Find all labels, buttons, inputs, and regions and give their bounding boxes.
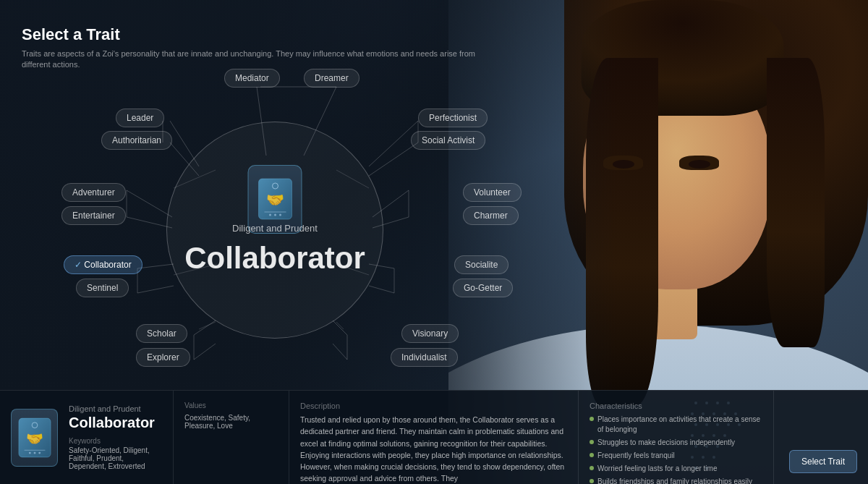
trait-scholar[interactable]: Scholar <box>136 324 187 343</box>
trait-visionary[interactable]: Visionary <box>401 324 459 343</box>
svg-line-17 <box>137 286 174 293</box>
bp-char-text-5: Builds friendships and family relationsh… <box>597 477 752 484</box>
trait-socialite[interactable]: Socialite <box>454 255 509 274</box>
bp-char-item-2: Struggles to make decisions independentl… <box>590 438 762 448</box>
bp-handshake-svg: 🤝 <box>17 417 52 459</box>
bp-keywords: Safety-Oriented, Diligent, Faithful, Pru… <box>69 446 162 470</box>
svg-line-11 <box>127 217 172 228</box>
select-trait-button[interactable]: Select Trait <box>789 450 857 473</box>
bp-description-label: Description <box>300 402 567 410</box>
trait-mediator[interactable]: Mediator <box>224 69 280 88</box>
bp-characteristics-section: Characteristics Places importance on act… <box>579 391 774 484</box>
center-supertitle: Diligent and Prudent <box>232 223 318 234</box>
bp-values-section: Values Coexistence, Safety, Pleasure, Lo… <box>174 391 289 484</box>
trait-charmer[interactable]: Charmer <box>463 206 519 225</box>
svg-line-9 <box>127 190 172 217</box>
center-trait-icon-inner: 🤝 <box>255 174 295 224</box>
bp-description-text: Trusted and relied upon by those around … <box>300 414 567 483</box>
trait-entertainer[interactable]: Entertainer <box>61 206 126 225</box>
svg-line-26 <box>333 344 347 360</box>
svg-line-15 <box>137 264 174 268</box>
trait-social-activist[interactable]: Social Activist <box>411 131 485 150</box>
trait-leader[interactable]: Leader <box>116 109 164 127</box>
bp-action-area: Select Trait <box>774 391 868 484</box>
svg-point-37 <box>269 214 271 216</box>
trait-individualist[interactable]: Individualist <box>391 348 458 367</box>
bp-char-item-5: Builds friendships and family relationsh… <box>590 477 762 484</box>
svg-text:🤝: 🤝 <box>26 430 43 446</box>
bp-supertitle: Diligent and Prudent <box>69 404 162 413</box>
bp-name-area: Diligent and Prudent Collaborator Keywor… <box>69 404 162 470</box>
bp-identity: 🤝 Diligent and Prudent Collaborator Keyw… <box>0 391 174 484</box>
svg-point-44 <box>28 451 30 454</box>
trait-perfectionist[interactable]: Perfectionist <box>418 109 488 127</box>
trait-adventurer[interactable]: Adventurer <box>61 183 126 202</box>
bp-char-dot-5 <box>590 479 594 483</box>
bp-char-dot-3 <box>590 453 594 457</box>
bp-char-item-3: Frequently feels tranquil <box>590 451 762 461</box>
center-trait-name: Collaborator <box>184 241 365 276</box>
trait-dreamer[interactable]: Dreamer <box>304 69 359 88</box>
trait-collaborator[interactable]: Collaborator <box>64 255 142 274</box>
svg-point-38 <box>274 214 276 216</box>
trait-explorer[interactable]: Explorer <box>136 348 190 367</box>
trait-go-getter[interactable]: Go-Getter <box>453 279 513 297</box>
bp-values-text: Coexistence, Safety, Pleasure, Love <box>184 414 278 430</box>
bp-keywords-label: Keywords <box>69 437 162 445</box>
trait-authoritarian[interactable]: Authoritarian <box>101 131 172 150</box>
trait-sentinel[interactable]: Sentinel <box>76 279 129 297</box>
bp-char-dot-2 <box>590 440 594 444</box>
bp-trait-icon: 🤝 <box>11 409 58 467</box>
bp-char-text-1: Places importance on activities that cre… <box>597 415 762 435</box>
bp-description-section: Description Trusted and relied upon by t… <box>289 391 579 484</box>
svg-line-29 <box>199 322 216 329</box>
bp-values-label: Values <box>184 402 278 409</box>
handshake-svg: 🤝 <box>257 177 293 221</box>
svg-line-23 <box>194 344 216 360</box>
svg-point-45 <box>33 451 35 454</box>
svg-line-21 <box>194 320 216 335</box>
bp-char-dot-1 <box>590 417 594 421</box>
svg-text:🤝: 🤝 <box>266 191 284 208</box>
bp-char-dot-4 <box>590 466 594 470</box>
bp-trait-name: Collaborator <box>69 415 162 431</box>
bp-char-text-2: Struggles to make decisions independentl… <box>597 438 735 448</box>
page-title: Select a Trait <box>22 25 492 44</box>
svg-line-32 <box>336 322 344 329</box>
trait-volunteer[interactable]: Volunteer <box>463 183 522 202</box>
bp-characteristics-label: Characteristics <box>590 402 762 410</box>
bottom-panel: 🤝 Diligent and Prudent Collaborator Keyw… <box>0 390 868 484</box>
bp-char-item-4: Worried feeling lasts for a longer time <box>590 464 762 474</box>
svg-line-6 <box>369 121 418 166</box>
svg-line-20 <box>369 286 394 293</box>
bp-char-text-3: Frequently feels tranquil <box>597 451 675 461</box>
trait-map: 🤝 Diligent and Prudent Collaborator Medi… <box>14 61 535 398</box>
bp-char-item-1: Places importance on activities that cre… <box>590 415 762 435</box>
svg-line-8 <box>369 143 418 176</box>
svg-point-46 <box>38 451 41 454</box>
svg-point-39 <box>279 214 281 216</box>
svg-line-24 <box>333 320 347 335</box>
bp-char-text-4: Worried feeling lasts for a longer time <box>597 464 717 474</box>
